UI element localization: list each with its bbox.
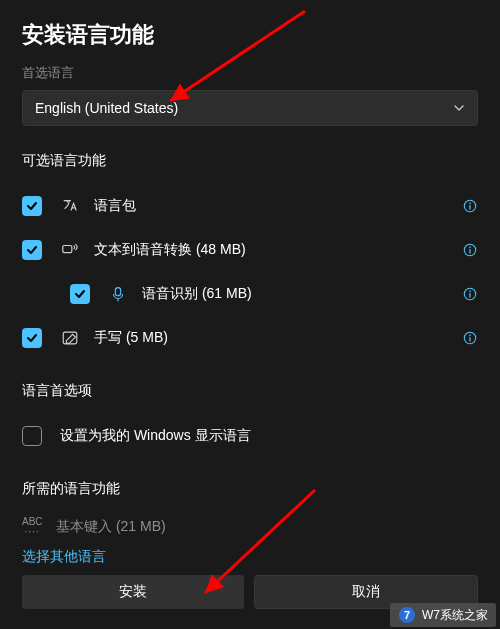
- svg-rect-3: [63, 246, 72, 253]
- handwriting-icon: [60, 328, 80, 348]
- svg-rect-6: [469, 249, 470, 253]
- tts-icon: [60, 240, 80, 260]
- required-features-heading: 所需的语言功能: [22, 480, 478, 498]
- info-icon[interactable]: [462, 242, 478, 258]
- watermark-logo-icon: 7: [398, 606, 416, 624]
- feature-row-speech: 语音识别 (61 MB): [22, 272, 478, 316]
- checkbox-language-pack[interactable]: [22, 196, 42, 216]
- feature-label: 语音识别 (61 MB): [142, 285, 252, 303]
- watermark: 7 W7系统之家: [390, 603, 496, 627]
- install-button-label: 安装: [119, 583, 147, 601]
- watermark-text: W7系统之家: [422, 607, 488, 624]
- svg-point-1: [469, 203, 471, 205]
- info-icon[interactable]: [462, 198, 478, 214]
- svg-rect-14: [469, 337, 470, 341]
- language-dropdown[interactable]: English (United States): [22, 90, 478, 126]
- preferred-language-label: 首选语言: [22, 64, 478, 82]
- speech-icon: [108, 284, 128, 304]
- svg-point-9: [469, 291, 471, 293]
- chevron-down-icon: [453, 102, 465, 114]
- feature-label: 文本到语音转换 (48 MB): [94, 241, 246, 259]
- install-language-dialog: 安装语言功能 首选语言 English (United States) 可选语言…: [0, 0, 500, 629]
- info-icon[interactable]: [462, 330, 478, 346]
- checkbox-tts[interactable]: [22, 240, 42, 260]
- prefs-row-display-language: 设置为我的 Windows 显示语言: [22, 414, 478, 458]
- install-button[interactable]: 安装: [22, 575, 244, 609]
- feature-label: 语言包: [94, 197, 136, 215]
- cancel-button-label: 取消: [352, 583, 380, 601]
- svg-point-13: [469, 335, 471, 337]
- info-icon[interactable]: [462, 286, 478, 302]
- optional-features-heading: 可选语言功能: [22, 152, 478, 170]
- prefs-label: 设置为我的 Windows 显示语言: [60, 427, 251, 445]
- feature-row-language-pack: 语言包: [22, 184, 478, 228]
- dialog-title: 安装语言功能: [22, 20, 478, 50]
- basic-typing-icon: ABC····: [22, 517, 42, 537]
- checkbox-speech[interactable]: [70, 284, 90, 304]
- feature-row-tts: 文本到语音转换 (48 MB): [22, 228, 478, 272]
- language-pack-icon: [60, 196, 80, 216]
- feature-label: 手写 (5 MB): [94, 329, 168, 347]
- language-prefs-heading: 语言首选项: [22, 382, 478, 400]
- required-label: 基本键入 (21 MB): [56, 518, 166, 536]
- required-row-basic-typing: ABC···· 基本键入 (21 MB): [22, 512, 478, 542]
- svg-rect-10: [469, 293, 470, 297]
- svg-text:7: 7: [404, 609, 410, 621]
- feature-row-handwriting: 手写 (5 MB): [22, 316, 478, 360]
- dropdown-value: English (United States): [35, 100, 178, 116]
- checkbox-display-language[interactable]: [22, 426, 42, 446]
- svg-point-5: [469, 247, 471, 249]
- checkbox-handwriting[interactable]: [22, 328, 42, 348]
- svg-rect-2: [469, 205, 470, 209]
- svg-rect-7: [115, 288, 120, 296]
- choose-other-language-link[interactable]: 选择其他语言: [22, 548, 106, 566]
